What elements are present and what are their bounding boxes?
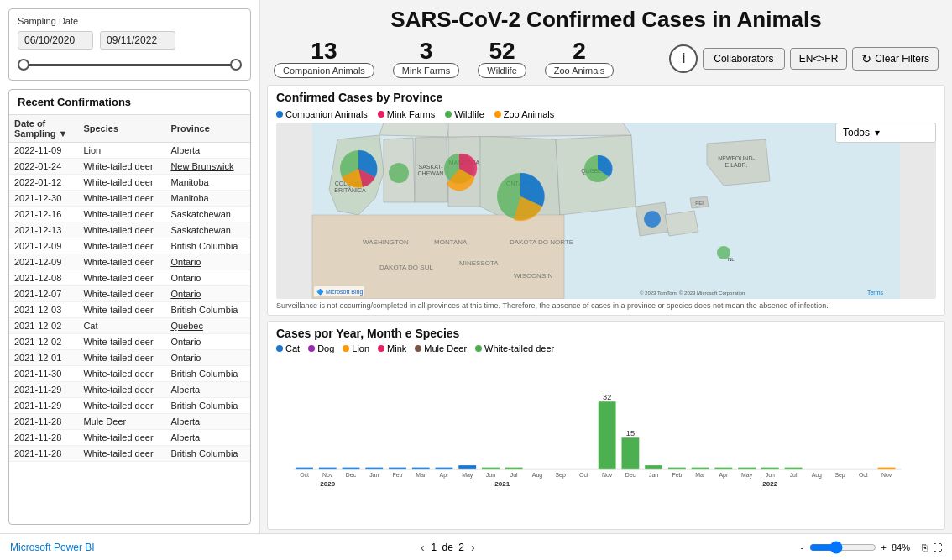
cell-province: Alberta bbox=[165, 414, 250, 430]
col-province: Province bbox=[165, 115, 250, 143]
bar[interactable] bbox=[505, 468, 523, 470]
stat-label-button[interactable]: Wildlife bbox=[478, 63, 526, 78]
page-current: 1 bbox=[432, 542, 437, 553]
month-label: Mar bbox=[416, 472, 426, 478]
chart-legend-item: Mink bbox=[378, 343, 406, 353]
cell-province[interactable]: Ontario bbox=[165, 286, 250, 302]
bar[interactable] bbox=[668, 468, 686, 470]
end-date-input[interactable]: 09/11/2022 bbox=[100, 31, 175, 50]
chart-legend-item: Mule Deer bbox=[415, 343, 467, 353]
language-button[interactable]: EN<>FR bbox=[790, 48, 848, 70]
cell-province[interactable]: Quebec bbox=[165, 318, 250, 334]
cell-province[interactable]: Ontario bbox=[165, 254, 250, 270]
table-row: 2021-11-28 White-tailed deer Alberta bbox=[9, 430, 250, 446]
export-icon[interactable]: ⎘ bbox=[922, 542, 928, 552]
collaborators-button[interactable]: Collaborators bbox=[703, 48, 784, 70]
zoom-minus[interactable]: - bbox=[801, 542, 804, 552]
stat-number: 2 bbox=[573, 39, 586, 63]
powerbi-link[interactable]: Microsoft Power BI bbox=[10, 542, 95, 553]
cell-species: White-tailed deer bbox=[78, 207, 165, 222]
start-date-input[interactable]: 06/10/2020 bbox=[18, 31, 93, 50]
bar[interactable] bbox=[738, 468, 756, 470]
table-row: 2021-12-09 White-tailed deer Ontario bbox=[9, 254, 250, 270]
bar[interactable] bbox=[645, 465, 662, 469]
bar[interactable] bbox=[365, 468, 383, 470]
svg-point-35 bbox=[644, 211, 661, 228]
bar[interactable] bbox=[296, 468, 313, 470]
next-page-button[interactable]: › bbox=[471, 541, 475, 554]
date-slider[interactable] bbox=[18, 56, 242, 73]
bar[interactable] bbox=[761, 468, 779, 470]
zoom-slider[interactable] bbox=[809, 541, 876, 554]
svg-text:MINESSOTA: MINESSOTA bbox=[459, 259, 499, 267]
svg-marker-15 bbox=[665, 211, 698, 236]
table-row: 2021-12-30 White-tailed deer Manitoba bbox=[9, 191, 250, 207]
bar[interactable] bbox=[319, 468, 337, 470]
recent-confirmations-title: Recent Confirmations bbox=[9, 90, 250, 115]
cell-species: White-tailed deer bbox=[78, 222, 165, 238]
chart-legend-item: White-tailed deer bbox=[475, 343, 554, 353]
bar[interactable] bbox=[714, 468, 732, 470]
slider-thumb-left[interactable] bbox=[18, 59, 29, 71]
year-label: 2022 bbox=[762, 480, 777, 488]
right-content: SARS-CoV-2 Confirmed Cases in Animals 13… bbox=[260, 0, 952, 533]
bar[interactable] bbox=[599, 401, 616, 469]
prev-page-button[interactable]: ‹ bbox=[421, 541, 425, 554]
bar[interactable] bbox=[436, 468, 453, 470]
month-label: Nov bbox=[322, 472, 333, 478]
bar[interactable] bbox=[878, 468, 896, 470]
stat-label-button[interactable]: Companion Animals bbox=[274, 63, 374, 78]
table-row: 2022-11-09 Lion Alberta bbox=[9, 143, 250, 159]
svg-text:MONTANA: MONTANA bbox=[434, 238, 468, 246]
svg-text:DAKOTA DO SUL: DAKOTA DO SUL bbox=[379, 264, 433, 271]
map-section: Confirmed Cases by Province Companion An… bbox=[267, 85, 945, 316]
month-label: Jun bbox=[486, 472, 495, 478]
year-label: 2021 bbox=[494, 480, 510, 488]
info-button[interactable]: i bbox=[669, 44, 698, 73]
stat-label-button[interactable]: Mink Farms bbox=[393, 63, 459, 78]
cell-species: White-tailed deer bbox=[78, 238, 165, 254]
fullscreen-icon[interactable]: ⛶ bbox=[933, 542, 942, 552]
bar[interactable] bbox=[458, 465, 476, 469]
bar[interactable] bbox=[389, 468, 406, 470]
svg-marker-22 bbox=[448, 123, 631, 137]
cell-province[interactable]: New Brunswick bbox=[165, 159, 250, 175]
header-area: SARS-CoV-2 Confirmed Cases in Animals 13… bbox=[260, 0, 952, 85]
stat-item: 52 Wildlife bbox=[478, 39, 526, 78]
cell-date: 2021-11-28 bbox=[9, 430, 78, 446]
cell-species: White-tailed deer bbox=[78, 191, 165, 207]
cell-province: British Columbia bbox=[165, 366, 250, 382]
table-row: 2021-12-01 White-tailed deer Ontario bbox=[9, 350, 250, 366]
svg-text:Terms: Terms bbox=[867, 290, 884, 296]
slider-thumb-right[interactable] bbox=[230, 59, 242, 71]
col-species: Species bbox=[78, 115, 165, 143]
cell-province: Ontario bbox=[165, 350, 250, 366]
zoom-controls: - + 84% ⎘ ⛶ bbox=[801, 541, 942, 554]
clear-filters-button[interactable]: ↺ Clear Filters bbox=[852, 47, 939, 71]
month-label: Sep bbox=[556, 472, 566, 479]
cell-date: 2021-12-09 bbox=[9, 238, 78, 254]
legend-label: Mink Farms bbox=[387, 109, 435, 119]
bar[interactable] bbox=[343, 468, 360, 470]
bar[interactable] bbox=[621, 437, 639, 469]
legend-dot bbox=[276, 111, 283, 118]
stats-row: 13 Companion Animals 3 Mink Farms 52 Wil… bbox=[274, 39, 939, 78]
bar-label: 15 bbox=[626, 429, 635, 437]
col-date[interactable]: Date ofSampling ▼ bbox=[9, 115, 78, 143]
zoom-plus[interactable]: + bbox=[881, 542, 887, 552]
province-dropdown-value: Todos bbox=[843, 127, 870, 139]
bar[interactable] bbox=[482, 468, 500, 470]
year-label: 2020 bbox=[320, 480, 335, 488]
month-label: May bbox=[462, 472, 473, 479]
bar[interactable] bbox=[692, 468, 709, 470]
svg-text:🔷 Microsoft Bing: 🔷 Microsoft Bing bbox=[316, 288, 363, 296]
stat-label-button[interactable]: Zoo Animals bbox=[545, 63, 615, 78]
bar[interactable] bbox=[412, 468, 430, 470]
province-dropdown[interactable]: Todos ▾ bbox=[835, 123, 936, 143]
table-row: 2021-12-09 White-tailed deer British Col… bbox=[9, 238, 250, 254]
page-indicator: 1 de 2 bbox=[432, 542, 464, 553]
map-legend-item: Wildlife bbox=[445, 109, 484, 119]
map-svg: COLÚMBIA BRITÂNICA SASKAT- CHEWAN MANITO… bbox=[276, 123, 936, 299]
chart-section: Cases por Year, Month e Species CatDogLi… bbox=[267, 321, 945, 530]
bar[interactable] bbox=[785, 468, 803, 470]
